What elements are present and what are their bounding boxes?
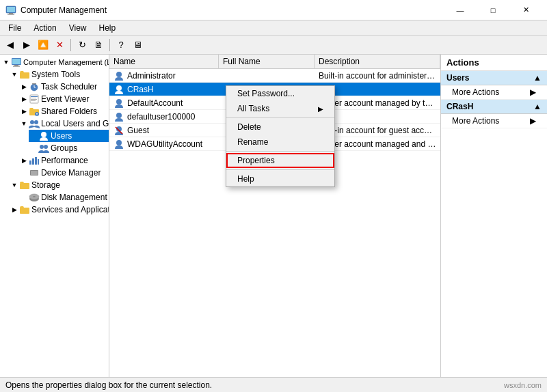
list-row-administrator[interactable]: Administrator Built-in account for admin… [109, 69, 440, 83]
tree-toggle-3[interactable]: ▶ [19, 96, 29, 102]
cell-name-administrator: Administrator [109, 70, 219, 82]
title-bar-controls[interactable]: — □ ✕ [444, 0, 542, 20]
menu-file[interactable]: File [3, 22, 27, 34]
main-layout: ▼ Computer Management (Local) ▼ System T… [0, 55, 547, 377]
actions-label-more-users: More Actions [452, 87, 499, 97]
svg-rect-25 [29, 160, 31, 165]
svg-point-24 [44, 145, 48, 149]
name-wdag: WDAGUtilityAccount [127, 139, 202, 149]
up-button[interactable]: 🔼 [36, 38, 51, 53]
svg-point-23 [40, 145, 44, 149]
export-button[interactable]: 🗎 [91, 38, 106, 53]
minimize-button[interactable]: — [444, 0, 476, 20]
tree-toggle-2[interactable]: ▶ [19, 83, 29, 90]
close-button[interactable]: ✕ [510, 0, 542, 20]
tree-item-shared-folders[interactable]: ▶ Shared Folders [19, 105, 109, 117]
forward-button[interactable]: ▶ [19, 38, 34, 53]
actions-arrow-more-users: ▶ [530, 87, 536, 97]
tree-item-computer-management[interactable]: ▼ Computer Management (Local) [0, 56, 109, 68]
svg-rect-7 [13, 66, 20, 67]
svg-point-38 [116, 99, 122, 104]
ctx-rename[interactable]: Rename [226, 135, 334, 150]
svg-rect-30 [31, 171, 38, 175]
tree-panel[interactable]: ▼ Computer Management (Local) ▼ System T… [0, 55, 109, 377]
menu-action[interactable]: Action [28, 22, 62, 34]
device-icon [29, 167, 40, 178]
tree-label-6: Users [51, 131, 72, 141]
svg-point-34 [33, 196, 36, 197]
actions-section-users[interactable]: Users ▲ [441, 71, 547, 85]
tree-item-users[interactable]: Users [29, 130, 109, 142]
tree-item-system-tools[interactable]: ▼ System Tools [10, 68, 109, 81]
ctx-separator-1 [226, 117, 334, 118]
performance-icon [29, 155, 40, 166]
svg-point-42 [116, 140, 122, 145]
tree-label-10: Storage [31, 180, 60, 190]
tree-toggle-1[interactable]: ▼ [10, 71, 19, 78]
cell-name-defaultaccount: DefaultAccount [109, 97, 219, 109]
ctx-help[interactable]: Help [226, 171, 334, 186]
tree-label-9: Device Manager [41, 168, 101, 178]
app-icon [5, 5, 16, 16]
col-header-description[interactable]: Description [315, 55, 440, 68]
svg-rect-17 [31, 100, 36, 101]
ctx-delete[interactable]: Delete [226, 120, 334, 135]
stop-button[interactable]: ✕ [52, 38, 67, 53]
tree-label-0: Computer Management (Local) [23, 58, 109, 66]
actions-section-label-crash: CRasH [446, 102, 473, 111]
ctx-all-tasks[interactable]: All Tasks ▶ [226, 101, 334, 116]
tree-item-disk-management[interactable]: Disk Management [19, 191, 109, 204]
ctx-properties[interactable]: Properties [226, 153, 334, 168]
user-icon-defaultuser [114, 111, 124, 122]
brand-text: wsxdn.com [504, 381, 542, 389]
actions-more-actions-crash[interactable]: More Actions ▶ [441, 114, 547, 128]
name-defaultaccount: DefaultAccount [127, 98, 183, 108]
tree-item-task-scheduler[interactable]: ▶ Task Scheduler [19, 81, 109, 93]
tree-item-local-users[interactable]: ▼ Local Users and Groups [19, 117, 109, 130]
svg-rect-15 [31, 98, 36, 98]
actions-section-crash[interactable]: CRasH ▲ [441, 100, 547, 114]
maximize-button[interactable]: □ [477, 0, 509, 20]
back-button[interactable]: ◀ [3, 38, 18, 53]
shared-folder-icon [29, 106, 40, 117]
ctx-arrow-all-tasks: ▶ [318, 105, 323, 113]
tree-toggle-0[interactable]: ▼ [1, 59, 11, 66]
actions-arrow-more-crash: ▶ [530, 116, 536, 126]
tree-item-groups[interactable]: Groups [29, 142, 109, 154]
col-header-fullname[interactable]: Full Name [219, 55, 315, 68]
tree-toggle-5[interactable]: ▼ [19, 120, 29, 127]
svg-point-37 [116, 85, 122, 91]
status-text: Opens the properties dialog box for the … [5, 380, 212, 390]
svg-rect-6 [14, 65, 18, 66]
menu-help[interactable]: Help [94, 22, 122, 34]
computer-button[interactable]: 🖥 [130, 38, 145, 53]
col-header-name[interactable]: Name [109, 55, 219, 68]
tree-toggle-10[interactable]: ▼ [10, 182, 19, 188]
tree-item-device-manager[interactable]: Device Manager [19, 167, 109, 179]
ctx-label-rename: Rename [237, 137, 268, 147]
tree-item-services[interactable]: ▶ Services and Applications [10, 204, 109, 216]
name-administrator: Administrator [127, 71, 176, 81]
ctx-set-password[interactable]: Set Password... [226, 86, 334, 101]
tree-item-event-viewer[interactable]: ▶ Event Viewer [19, 93, 109, 105]
refresh-button[interactable]: ↻ [75, 38, 90, 53]
tree-toggle-4[interactable]: ▶ [19, 108, 29, 115]
toolbar-separator-2 [109, 39, 110, 51]
svg-point-20 [30, 120, 34, 124]
cell-name-crash: CRasH [109, 83, 219, 96]
menu-view[interactable]: View [64, 22, 92, 34]
tree-toggle-12[interactable]: ▶ [10, 206, 19, 213]
svg-point-36 [116, 72, 122, 77]
toolbar: ◀ ▶ 🔼 ✕ ↻ 🗎 ? 🖥 [0, 36, 547, 55]
svg-point-39 [116, 113, 122, 118]
svg-rect-28 [38, 159, 39, 165]
tree-item-performance[interactable]: ▶ Performance [19, 154, 109, 167]
tree-item-storage[interactable]: ▼ Storage [10, 179, 109, 191]
tree-label-11: Disk Management [41, 193, 107, 202]
event-icon [29, 94, 40, 104]
svg-rect-35 [20, 208, 29, 214]
help-button[interactable]: ? [114, 38, 129, 53]
actions-more-actions-users[interactable]: More Actions ▶ [441, 85, 547, 100]
tree-label-3: Event Viewer [41, 94, 89, 104]
tree-toggle-8[interactable]: ▶ [19, 157, 29, 164]
